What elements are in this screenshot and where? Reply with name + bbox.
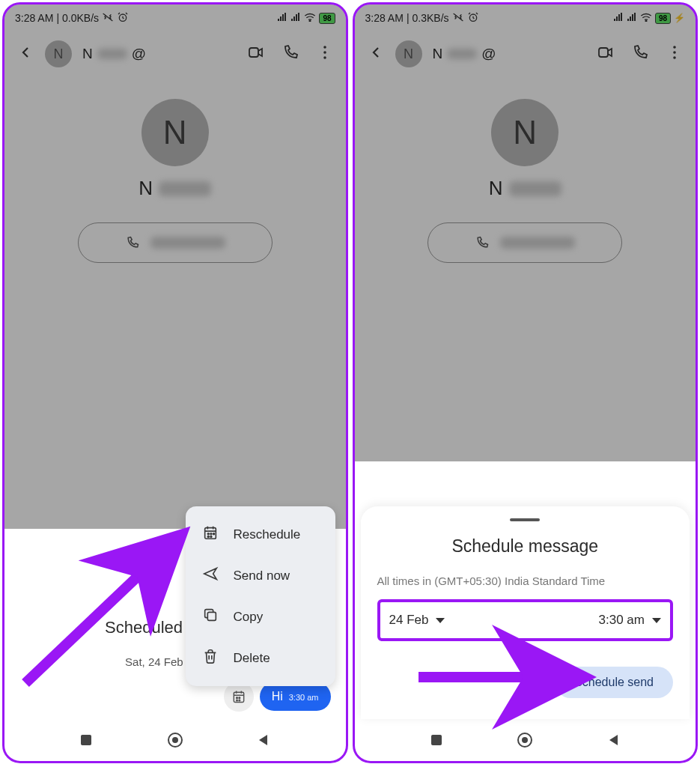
menu-copy[interactable]: Copy [186,596,335,637]
alarm-icon [467,11,479,25]
sheet-drag-handle[interactable] [510,518,540,521]
alarm-icon [117,11,129,25]
menu-send-now[interactable]: Send now [186,555,335,596]
svg-point-13 [210,533,212,535]
contact-avatar[interactable]: N [395,40,422,67]
screenshot-right: 3:28 AM | 0.3KB/s 98 ⚡ N N @ [353,2,699,763]
nav-recent[interactable] [427,731,445,749]
phone-number-pill[interactable] [427,222,622,263]
menu-label: Copy [234,610,264,625]
svg-point-16 [210,536,212,538]
back-button[interactable] [16,43,34,64]
voice-call-button[interactable] [631,43,649,64]
svg-point-23 [645,21,647,22]
contact-header: N N [355,76,696,263]
contact-name[interactable]: N @ [433,46,496,62]
svg-point-3 [323,46,326,49]
svg-point-21 [172,737,178,743]
back-button[interactable] [367,43,385,64]
trash-icon [202,648,219,668]
video-call-button[interactable] [247,43,265,64]
calendar-icon [202,524,219,545]
menu-delete[interactable]: Delete [186,637,335,679]
nav-home[interactable] [166,731,184,749]
conversation-topbar: N N @ [4,31,346,76]
contact-avatar[interactable]: N [45,40,72,67]
phone-number-pill[interactable] [78,222,273,263]
message-context-menu: Reschedule Send now Copy Delete [186,506,335,686]
svg-point-9 [236,700,237,701]
menu-reschedule[interactable]: Reschedule [186,514,335,555]
svg-rect-29 [431,735,442,745]
system-nav-bar [355,719,696,761]
svg-rect-2 [249,48,258,57]
send-icon [202,566,219,586]
copy-icon [202,607,219,627]
svg-point-1 [310,21,311,22]
svg-point-12 [207,533,209,535]
svg-point-5 [323,56,326,59]
menu-label: Send now [234,569,290,583]
status-time: 3:28 AM [15,12,53,24]
contact-avatar-large: N [141,99,209,166]
contact-header: N N [4,76,346,263]
wifi-icon [640,12,652,24]
more-menu-button[interactable] [666,43,684,64]
screenshot-left: 3:28 AM | 0.0KB/s 98 N N @ [2,2,348,763]
voice-call-button[interactable] [281,43,299,64]
message-text: Hi [272,690,283,703]
nav-recent[interactable] [77,731,95,749]
status-bar: 3:28 AM | 0.3KB/s 98 ⚡ [355,4,696,31]
nav-back[interactable] [605,731,623,749]
time-picker[interactable]: 3:30 am [599,613,661,628]
vibrate-icon [452,11,464,25]
status-network: 0.3KB/s [413,12,449,24]
contact-name[interactable]: N @ [82,46,146,62]
svg-point-8 [239,697,240,699]
chevron-down-icon [652,618,661,623]
vibrate-icon [102,11,114,25]
status-time: 3:28 AM [365,12,404,24]
svg-rect-19 [81,735,91,745]
schedule-message-sheet: Schedule message All times in (GMT+05:30… [361,506,690,719]
battery-indicator: 98 [655,13,671,24]
nav-back[interactable] [255,731,273,749]
chevron-down-icon [436,618,445,623]
svg-point-7 [236,697,237,699]
svg-point-27 [673,56,676,59]
charging-icon: ⚡ [674,13,685,23]
scheduled-message-bubble[interactable]: Hi 3:30 am [260,682,331,711]
signal-icon [277,12,287,24]
svg-point-15 [207,536,209,538]
video-call-button[interactable] [597,43,615,64]
more-menu-button[interactable] [316,43,334,64]
svg-point-26 [673,51,676,54]
svg-point-14 [213,533,214,535]
contact-name-large: N [370,177,681,200]
svg-point-31 [522,737,528,743]
battery-indicator: 98 [319,13,335,24]
signal-icon [627,12,637,24]
svg-point-4 [323,51,326,54]
message-scheduled-time: 3:30 am [289,693,319,702]
svg-point-10 [239,700,240,701]
svg-rect-24 [599,48,608,57]
date-picker[interactable]: 24 Feb [389,613,445,628]
status-bar: 3:28 AM | 0.0KB/s 98 [4,4,346,31]
menu-label: Reschedule [234,527,301,542]
contact-avatar-large: N [491,99,559,166]
system-nav-bar [4,719,346,761]
contact-name-large: N [19,177,331,200]
svg-rect-17 [207,612,216,620]
datetime-selector: 24 Feb 3:30 am [377,599,674,641]
signal-icon [290,12,301,24]
sheet-title: Schedule message [377,536,674,557]
schedule-calendar-button[interactable] [224,682,254,712]
menu-label: Delete [234,651,270,666]
status-network: 0.0KB/s [62,12,99,24]
conversation-topbar: N N @ [355,31,696,76]
schedule-send-button[interactable]: Schedule send [555,667,673,698]
timezone-note: All times in (GMT+05:30) India Standard … [377,573,674,589]
nav-home[interactable] [516,731,534,749]
signal-icon [613,12,624,24]
